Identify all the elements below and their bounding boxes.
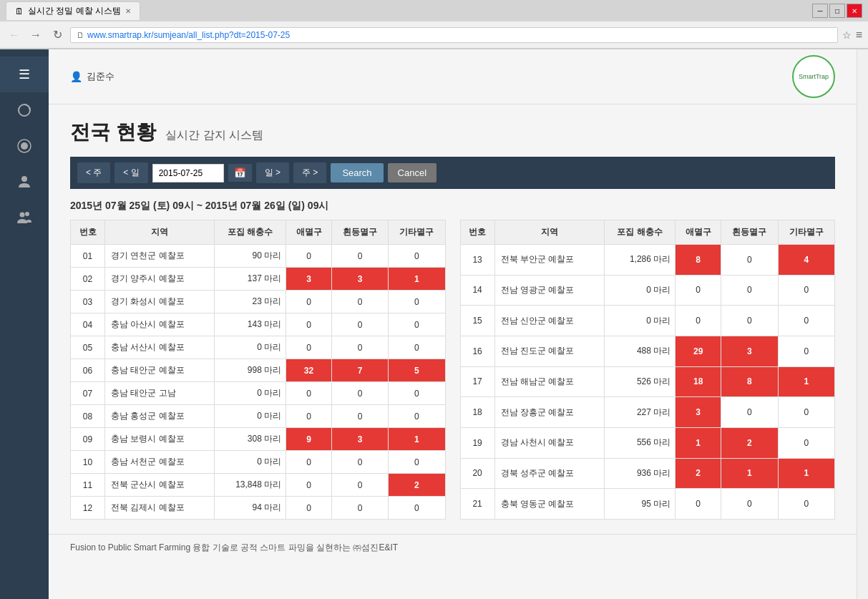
- prev-day-btn[interactable]: < 일: [114, 162, 147, 183]
- cell-p1: 0: [286, 313, 332, 336]
- cell-catch: 936 마리: [604, 458, 675, 489]
- cell-p1: 18: [676, 366, 721, 397]
- cell-region: 충남 보령시 예찰포: [105, 428, 215, 451]
- cell-p3: 5: [389, 359, 445, 382]
- browser-tab[interactable]: 🗓 실시간 정밀 예찰 시스템 ✕: [6, 1, 140, 20]
- date-input[interactable]: [152, 164, 224, 182]
- cell-region: 전남 진도군 예찰포: [494, 336, 604, 366]
- cell-catch: 0 마리: [215, 405, 286, 428]
- cell-catch: 488 마리: [604, 336, 675, 366]
- cell-p2: 3: [331, 428, 388, 451]
- col-header-p3-right: 기타멸구: [778, 220, 834, 245]
- sidebar-menu-btn[interactable]: ☰: [0, 57, 49, 92]
- cell-no: 07: [71, 382, 105, 405]
- refresh-btn[interactable]: ↻: [49, 26, 66, 44]
- cell-p1: 29: [676, 336, 721, 366]
- cell-p3: 0: [778, 427, 834, 458]
- svg-point-1: [21, 142, 28, 150]
- table-row: 13 전북 부안군 예찰포 1,286 마리 8 0 4: [460, 245, 835, 276]
- cell-catch: 227 마리: [604, 397, 675, 428]
- prev-week-btn[interactable]: < 주: [77, 162, 110, 183]
- url-text: www.smartrap.kr/sumjean/all_list.php?dt=…: [87, 30, 290, 40]
- cell-p2: 0: [721, 489, 778, 520]
- logo-area: SmartTrap: [792, 55, 835, 98]
- bookmark-btn[interactable]: ☆: [842, 29, 852, 41]
- cell-catch: 143 마리: [215, 313, 286, 336]
- cancel-btn[interactable]: Cancel: [388, 163, 437, 182]
- table-row: 01 경기 연천군 예찰포 90 마리 0 0 0: [71, 245, 446, 268]
- table-row: 15 전남 신안군 예찰포 0 마리 0 0 0: [460, 306, 835, 336]
- search-btn[interactable]: Search: [331, 163, 383, 182]
- cell-region: 충남 태안군 고남: [105, 382, 215, 405]
- col-header-p3-left: 기타멸구: [389, 220, 445, 245]
- cell-no: 21: [460, 489, 494, 520]
- table-row: 20 경북 성주군 예찰포 936 마리 2 1 1: [460, 458, 835, 489]
- footer: Fusion to Public Smart Farming 융합 기술로 공적…: [49, 534, 857, 561]
- window-controls: ─ □ ✕: [812, 4, 862, 18]
- cell-region: 경북 성주군 예찰포: [494, 458, 604, 489]
- sidebar-dashboard-btn[interactable]: [0, 92, 49, 128]
- table-row: 05 충남 서산시 예찰포 0 마리 0 0 0: [71, 336, 446, 359]
- cell-p1: 32: [286, 359, 332, 382]
- cell-no: 03: [71, 291, 105, 313]
- next-week-btn[interactable]: 주 >: [293, 162, 326, 183]
- page-subtitle: 실시간 감지 시스템: [165, 129, 263, 141]
- cell-p1: 2: [676, 458, 721, 489]
- cell-no: 05: [71, 336, 105, 359]
- table-row: 02 경기 양주시 예찰포 137 마리 3 3 1: [71, 268, 446, 291]
- cell-p1: 9: [286, 428, 332, 451]
- cell-p3: 2: [389, 474, 445, 497]
- table-row: 12 전북 김제시 예찰포 94 마리 0 0 0: [71, 497, 446, 520]
- calendar-btn[interactable]: 📅: [228, 164, 252, 182]
- logo-text: SmartTrap: [799, 73, 829, 81]
- sidebar-monitor-btn[interactable]: [0, 128, 49, 164]
- cell-catch: 90 마리: [215, 245, 286, 268]
- cell-region: 충남 태안군 예찰포: [105, 359, 215, 382]
- cell-no: 08: [71, 405, 105, 428]
- right-table: 번호 지역 포집 해충수 애멸구 흰등멸구 기타멸구 13 전북 부안군 예찰포…: [460, 220, 836, 520]
- cell-p3: 0: [778, 306, 834, 336]
- cell-no: 11: [71, 474, 105, 497]
- cell-p2: 0: [721, 397, 778, 428]
- cell-region: 경기 연천군 예찰포: [105, 245, 215, 268]
- cell-no: 04: [71, 313, 105, 336]
- browser-menu-btn[interactable]: ≡: [856, 29, 862, 42]
- tables-wrapper: 번호 지역 포집 해충수 애멸구 흰등멸구 기타멸구 01 경기 연천군 예찰포…: [70, 220, 835, 520]
- cell-no: 12: [71, 497, 105, 520]
- cell-region: 충북 영동군 예찰포: [494, 489, 604, 520]
- smartrap-logo: SmartTrap: [792, 55, 835, 98]
- maximize-btn[interactable]: □: [829, 4, 845, 18]
- tab-favicon: 🗓: [15, 6, 24, 16]
- close-btn[interactable]: ✕: [847, 4, 862, 18]
- cell-region: 충남 서산시 예찰포: [105, 336, 215, 359]
- next-day-btn[interactable]: 일 >: [256, 162, 289, 183]
- cell-p3: 4: [778, 245, 834, 276]
- cell-region: 전남 장흥군 예찰포: [494, 397, 604, 428]
- col-header-region-right: 지역: [494, 220, 604, 245]
- top-bar: 👤 김준수 SmartTrap: [49, 49, 857, 104]
- cell-p3: 0: [389, 382, 445, 405]
- back-btn[interactable]: ←: [6, 26, 23, 44]
- sidebar-user-btn[interactable]: [0, 164, 49, 200]
- cell-p2: 0: [331, 291, 388, 313]
- svg-point-5: [25, 212, 29, 216]
- forward-btn[interactable]: →: [27, 26, 44, 44]
- minimize-btn[interactable]: ─: [812, 4, 828, 18]
- scrollbar[interactable]: [857, 49, 868, 599]
- col-header-num-right: 번호: [460, 220, 494, 245]
- cell-p3: 0: [389, 451, 445, 474]
- address-bar: ← → ↻ 🗋 www.smartrap.kr/sumjean/all_list…: [0, 21, 868, 49]
- cell-p1: 0: [286, 245, 332, 268]
- url-page-icon: 🗋: [77, 31, 84, 39]
- cell-no: 10: [71, 451, 105, 474]
- table-row: 18 전남 장흥군 예찰포 227 마리 3 0 0: [460, 397, 835, 428]
- sidebar-users-btn[interactable]: [0, 200, 49, 235]
- table-row: 17 전남 해남군 예찰포 526 마리 18 8 1: [460, 366, 835, 397]
- cell-p3: 1: [778, 366, 834, 397]
- cell-no: 15: [460, 306, 494, 336]
- table-row: 10 충남 서천군 예찰포 0 마리 0 0 0: [71, 451, 446, 474]
- url-bar[interactable]: 🗋 www.smartrap.kr/sumjean/all_list.php?d…: [70, 27, 838, 43]
- cell-catch: 0 마리: [604, 306, 675, 336]
- tab-close-btn[interactable]: ✕: [125, 7, 131, 15]
- cell-p3: 0: [389, 313, 445, 336]
